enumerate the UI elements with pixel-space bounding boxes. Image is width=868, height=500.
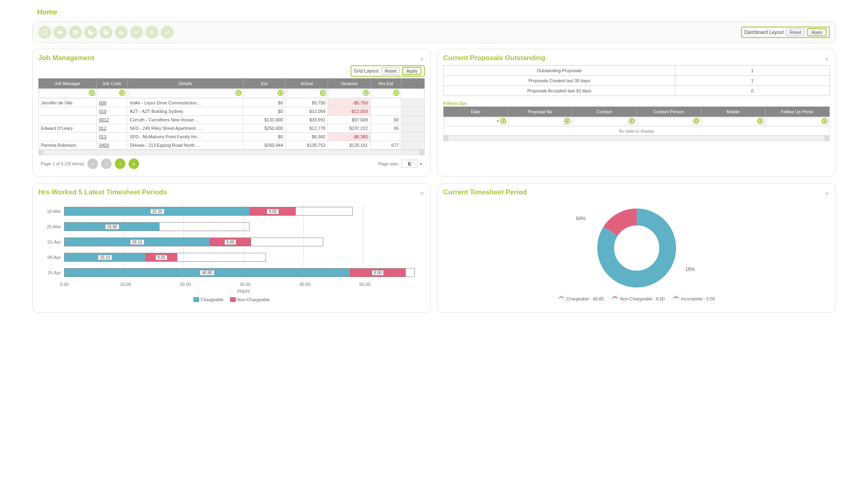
filter-job-manager[interactable]	[39, 90, 96, 98]
followup-filter[interactable]	[702, 118, 764, 126]
search-icon[interactable]	[363, 90, 369, 96]
col-hrs-est[interactable]: Hrs Est	[370, 79, 401, 89]
followups-table: DateProposal NoContactContact PersonMobi…	[443, 106, 830, 135]
cell-est: $0	[243, 133, 285, 141]
cell-est: $250,000	[243, 124, 285, 133]
col-est[interactable]: Est	[243, 79, 285, 89]
table-row[interactable]: Pamela Robinson0403DHowe - 213 Epping Ro…	[39, 141, 425, 150]
col-actual[interactable]: Actual	[286, 79, 328, 89]
cell-code[interactable]: 008	[96, 99, 127, 107]
table-row[interactable]: 0012Curruth - Curruthers New House …$131…	[39, 116, 425, 124]
close-icon[interactable]: ×	[824, 56, 829, 63]
dashboard-apply-button[interactable]: Apply	[807, 28, 826, 36]
col-details[interactable]: Details	[127, 79, 243, 89]
line-icon[interactable]	[130, 26, 143, 39]
bar1-icon[interactable]	[115, 26, 128, 39]
legend-text: Chargeable : 40.80	[566, 296, 604, 301]
search-icon[interactable]	[822, 118, 828, 124]
close-icon[interactable]: ×	[824, 190, 829, 197]
followup-col[interactable]: Proposal No	[508, 107, 572, 117]
table-row[interactable]: 010AZT - AZT Building Sydney$0$12,059-$1…	[39, 107, 425, 116]
bar2-icon[interactable]	[145, 26, 158, 39]
followup-col[interactable]: Follow Up Perso	[765, 107, 830, 117]
pager-prev-button[interactable]: ‹	[101, 158, 112, 169]
chevron-down-icon[interactable]: ▾	[497, 119, 499, 123]
search-icon[interactable]	[500, 118, 506, 124]
chart-x-axis-label: Hours	[64, 288, 423, 294]
dashboard-reset-button[interactable]: Reset	[786, 29, 805, 36]
table-row[interactable]: Edward O'Leary012SFD - 245 Riley Street …	[39, 124, 425, 133]
prop-value: 0	[675, 86, 829, 96]
page-size-select[interactable]	[401, 160, 417, 168]
followup-col[interactable]: Mobile	[701, 107, 765, 117]
cell-code[interactable]: 0403	[96, 141, 127, 150]
table-row: Proposals Accepted last 30 days0	[444, 86, 830, 96]
toolbar-icon-group	[38, 26, 174, 39]
search-icon[interactable]	[235, 90, 241, 96]
chevron-down-icon[interactable]: ▾	[420, 161, 422, 167]
close-icon[interactable]: ×	[419, 56, 424, 63]
pager-last-button[interactable]: »	[129, 158, 139, 169]
cell-code[interactable]: 0012	[96, 116, 127, 124]
camera2-icon[interactable]	[69, 26, 82, 39]
cell-details: SFD - 245 Riley Street Apartment …	[127, 124, 243, 133]
cell-details: DHowe - 213 Epping Road North …	[127, 141, 243, 150]
search-icon[interactable]	[693, 118, 699, 124]
x-tick: 40.00	[299, 282, 359, 287]
horizontal-scrollbar[interactable]	[38, 150, 425, 155]
legend-label: Non-Chargeable	[237, 297, 270, 302]
cell-actual: $12,778	[286, 124, 328, 133]
search-icon[interactable]	[89, 90, 95, 96]
cell-code[interactable]: 013	[96, 133, 127, 141]
scrollbar[interactable]	[401, 79, 425, 89]
bar-15-Apr: 40.808.00	[64, 268, 415, 277]
cell-code[interactable]: 012	[96, 124, 127, 133]
col-job-manager[interactable]: Job Manager	[39, 79, 97, 89]
clock-icon[interactable]	[38, 26, 51, 39]
grid-reset-button[interactable]: Reset	[381, 67, 400, 75]
col-variance[interactable]: Variance	[328, 79, 370, 89]
pie2-icon[interactable]	[100, 26, 112, 39]
stats-icon[interactable]	[161, 26, 174, 39]
search-icon[interactable]	[629, 118, 635, 124]
hrs-worked-title: Hrs Worked 5 Latest Timesheet Periods	[38, 188, 425, 196]
pager: Page 1 of 5 (29 items) « ‹ › » Page size…	[38, 155, 425, 169]
followup-col[interactable]: Contact	[572, 107, 637, 117]
followup-filter[interactable]	[573, 118, 635, 126]
followup-filter[interactable]	[638, 118, 700, 126]
hrs-worked-chart: 18-Mar32.208.0025-Mar25.8001-Apr28.108.0…	[38, 200, 425, 302]
svg-rect-5	[119, 32, 120, 35]
camera-icon[interactable]	[54, 26, 66, 39]
followups-heading: Follow Ups	[443, 101, 830, 106]
pager-next-button[interactable]: ›	[115, 158, 125, 169]
pager-first-button[interactable]: «	[87, 158, 98, 169]
cell-est: $0	[243, 99, 285, 107]
table-row[interactable]: Jennifer de Ville008IntAir - Lepro Drive…	[39, 99, 425, 107]
x-tick: 50.00	[359, 282, 419, 287]
search-icon[interactable]	[278, 90, 284, 96]
dashboard-layout-controls: Dashboard Layout Reset Apply	[741, 27, 830, 38]
cell-code[interactable]: 010	[96, 107, 127, 116]
cell-est: $131,000	[243, 116, 285, 124]
table-row[interactable]: 013SFD - McMahons Point Family Ho…$0$6,3…	[39, 133, 425, 141]
pie1-icon[interactable]	[84, 26, 97, 39]
cell-variance: $237,222	[328, 124, 370, 133]
job-management-title: Job Management	[38, 54, 425, 62]
cell-details: IntAir - Lepro Drive Communiction…	[127, 99, 243, 107]
close-icon[interactable]: ×	[419, 190, 424, 197]
dashboard-toolbar: Dashboard Layout Reset Apply	[32, 21, 836, 43]
filter-details[interactable]	[128, 90, 242, 98]
followup-filter[interactable]	[766, 118, 829, 126]
svg-rect-7	[122, 32, 123, 34]
pager-status: Page 1 of 5 (29 items)	[41, 161, 84, 166]
bar-18-Mar: 32.208.00	[64, 207, 353, 216]
cell-hrs-est: 60	[370, 116, 401, 124]
bar-08-Apr: 20.108.00	[64, 253, 266, 262]
grid-apply-button[interactable]: Apply	[402, 67, 422, 75]
followup-col[interactable]: Date	[444, 107, 508, 117]
svg-point-3	[75, 32, 77, 34]
followup-filter[interactable]	[509, 118, 571, 126]
col-job-code[interactable]: Job Code	[96, 79, 127, 89]
followup-col[interactable]: Contact Person	[636, 107, 701, 117]
horizontal-scrollbar[interactable]	[443, 135, 830, 141]
